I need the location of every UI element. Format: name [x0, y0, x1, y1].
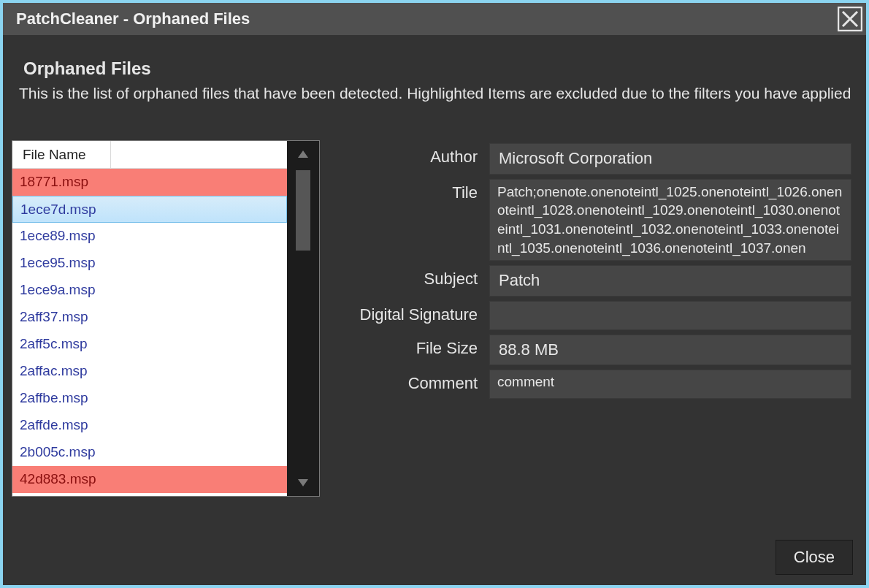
- file-list-header-cell[interactable]: File Name: [12, 141, 111, 168]
- file-row[interactable]: 1ece9a.msp: [12, 277, 287, 304]
- detail-label-comment: Comment: [342, 370, 489, 393]
- file-row[interactable]: 2aff5c.msp: [12, 331, 287, 358]
- window-title: PatchCleaner - Orphaned Files: [16, 9, 250, 28]
- scroll-up-button[interactable]: [287, 141, 319, 167]
- scroll-track[interactable]: [287, 167, 319, 470]
- titlebar: PatchCleaner - Orphaned Files: [3, 3, 866, 35]
- window-close-button[interactable]: [834, 3, 866, 35]
- detail-value-author: Microsoft Corporation: [489, 143, 851, 175]
- chevron-up-icon: [298, 150, 308, 158]
- detail-value-tile: Patch;onenote.onenoteintl_1025.onenotein…: [489, 179, 851, 261]
- detail-row-tile: Tile Patch;onenote.onenoteintl_1025.onen…: [342, 179, 851, 261]
- file-row[interactable]: 2aff37.msp: [12, 304, 287, 331]
- detail-label-tile: Tile: [342, 179, 489, 202]
- detail-row-signature: Digital Signature: [342, 301, 851, 330]
- scrollbar: [287, 141, 319, 496]
- file-list-header: File Name: [12, 141, 287, 169]
- detail-row-author: Author Microsoft Corporation: [342, 143, 851, 175]
- file-list: File Name 18771.msp1ece7d.msp1ece89.msp1…: [12, 140, 320, 497]
- detail-row-comment: Comment comment: [342, 370, 851, 399]
- detail-value-size: 88.8 MB: [489, 335, 851, 366]
- detail-row-subject: Subject Patch: [342, 265, 851, 297]
- svg-marker-4: [298, 479, 308, 486]
- file-row[interactable]: 18771.msp: [12, 169, 287, 196]
- scroll-down-button[interactable]: [287, 470, 319, 496]
- detail-row-size: File Size 88.8 MB: [342, 335, 851, 366]
- file-list-items: 18771.msp1ece7d.msp1ece89.msp1ece95.msp1…: [12, 169, 287, 496]
- detail-value-signature: [489, 301, 851, 330]
- file-row[interactable]: 1ece89.msp: [12, 223, 287, 250]
- detail-value-subject: Patch: [489, 265, 851, 297]
- detail-label-author: Author: [342, 143, 489, 167]
- close-button[interactable]: Close: [776, 540, 853, 575]
- detail-label-signature: Digital Signature: [342, 301, 489, 324]
- file-row[interactable]: 42d883.msp: [12, 466, 287, 493]
- section-title: Orphaned Files: [23, 58, 851, 79]
- svg-marker-3: [298, 150, 308, 158]
- file-row[interactable]: 1ece7d.msp: [12, 196, 287, 223]
- section-description: This is the list of orphaned files that …: [19, 85, 851, 102]
- detail-value-comment: comment: [489, 370, 851, 399]
- chevron-down-icon: [298, 479, 308, 486]
- file-list-column: File Name 18771.msp1ece7d.msp1ece89.msp1…: [12, 141, 287, 496]
- file-row[interactable]: 2affde.msp: [12, 412, 287, 439]
- detail-label-size: File Size: [342, 335, 489, 358]
- file-row[interactable]: 2affac.msp: [12, 358, 287, 385]
- dialog-window: PatchCleaner - Orphaned Files Orphaned F…: [3, 3, 866, 585]
- main-row: File Name 18771.msp1ece7d.msp1ece89.msp1…: [18, 140, 851, 497]
- dialog-content: Orphaned Files This is the list of orpha…: [3, 35, 866, 585]
- detail-label-subject: Subject: [342, 265, 489, 289]
- file-row[interactable]: 2b005c.msp: [12, 439, 287, 466]
- file-row[interactable]: 2affbe.msp: [12, 385, 287, 412]
- close-icon: [838, 7, 862, 31]
- scroll-thumb[interactable]: [296, 170, 310, 251]
- file-row[interactable]: 1ece95.msp: [12, 250, 287, 277]
- details-panel: Author Microsoft Corporation Tile Patch;…: [342, 140, 851, 497]
